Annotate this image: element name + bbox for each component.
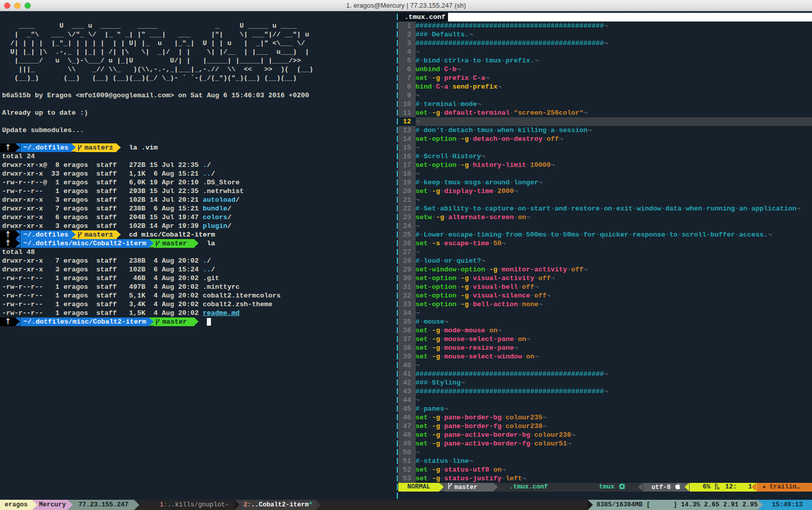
svg-text:N: N: [717, 486, 719, 490]
